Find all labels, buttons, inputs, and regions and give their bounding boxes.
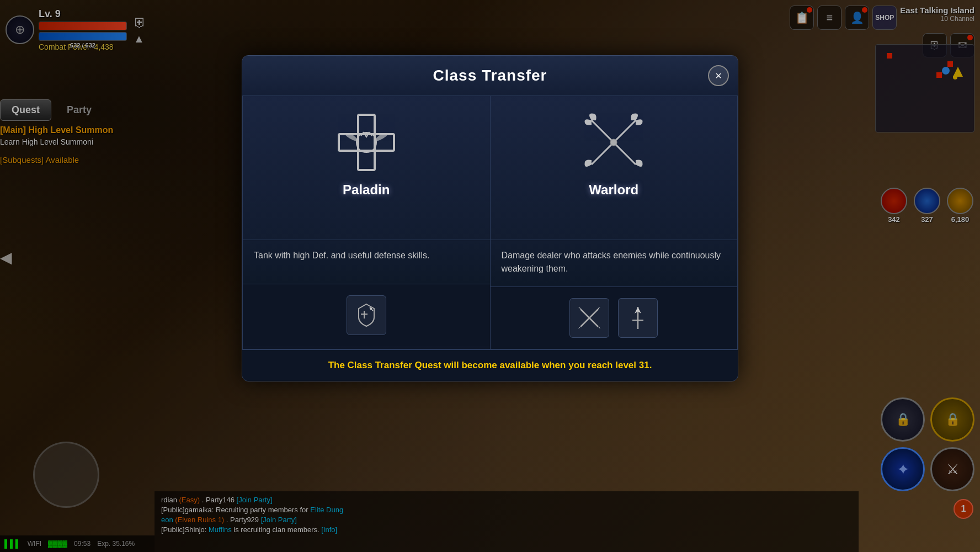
warlord-description: Damage dealer who attacks enemies while …: [491, 240, 738, 286]
warlord-weapon-1: [569, 298, 609, 338]
paladin-card[interactable]: Paladin Tank with high Def. and useful d…: [242, 95, 490, 349]
warlord-weapon-1-svg: [576, 305, 603, 331]
paladin-weapon-1: [347, 295, 386, 335]
paladin-svg-icon: [333, 109, 400, 176]
warlord-top: Warlord: [491, 96, 738, 240]
warlord-weapon-2-svg: [625, 305, 651, 331]
modal-overlay: Class Transfer ×: [0, 0, 980, 552]
svg-point-5: [610, 139, 617, 146]
warlord-svg-icon: [580, 109, 647, 176]
modal-title: Class Transfer: [253, 67, 727, 84]
warlord-card[interactable]: Warlord Damage dealer who attacks enemie…: [490, 95, 738, 349]
paladin-icon-area: [333, 109, 400, 176]
warlord-weapon-2: [618, 298, 658, 338]
paladin-weapon-svg: [353, 302, 380, 328]
modal-header: Class Transfer ×: [242, 56, 738, 95]
modal-footer: The Class Transfer Quest will become ava…: [242, 349, 738, 381]
svg-point-2: [356, 132, 376, 152]
class-transfer-modal: Class Transfer ×: [242, 55, 738, 381]
warlord-icon-area: [580, 109, 647, 176]
footer-text: The Class Transfer Quest will become ava…: [252, 360, 728, 371]
svg-rect-0: [358, 115, 375, 170]
paladin-top: Paladin: [243, 96, 490, 240]
paladin-weapons: [243, 284, 490, 346]
modal-body: Paladin Tank with high Def. and useful d…: [242, 95, 738, 349]
warlord-name: Warlord: [589, 182, 638, 198]
modal-close-button[interactable]: ×: [708, 65, 729, 86]
paladin-name: Paladin: [343, 182, 390, 198]
warlord-weapons: [491, 286, 738, 349]
paladin-description: Tank with high Def. and useful defense s…: [243, 240, 490, 284]
